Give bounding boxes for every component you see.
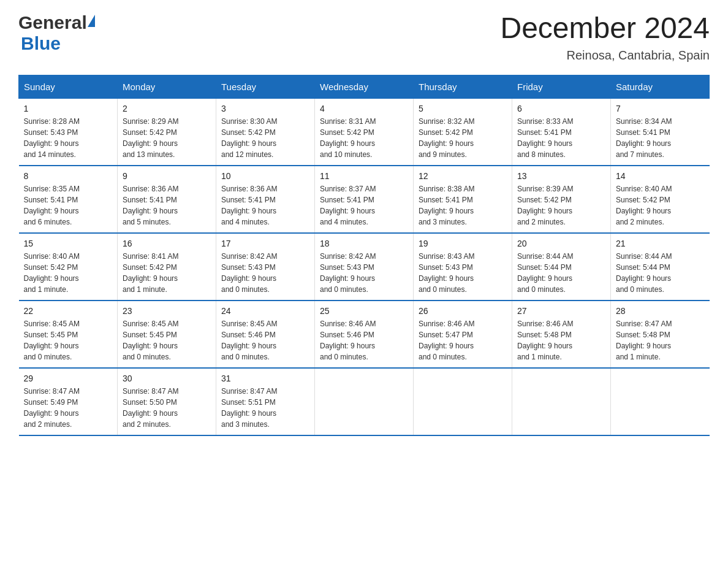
day-number: 15 xyxy=(24,239,113,248)
header-tuesday: Tuesday xyxy=(216,75,315,98)
day-info: Sunrise: 8:42 AMSunset: 5:43 PMDaylight:… xyxy=(221,251,309,295)
day-number: 4 xyxy=(320,104,408,113)
day-info: Sunrise: 8:32 AMSunset: 5:42 PMDaylight:… xyxy=(419,116,507,160)
day-cell: 10Sunrise: 8:36 AMSunset: 5:41 PMDayligh… xyxy=(216,166,315,233)
day-cell: 8Sunrise: 8:35 AMSunset: 5:41 PMDaylight… xyxy=(19,166,118,233)
day-cell: 21Sunrise: 8:44 AMSunset: 5:44 PMDayligh… xyxy=(611,233,710,301)
day-cell: 4Sunrise: 8:31 AMSunset: 5:42 PMDaylight… xyxy=(315,98,414,166)
day-info: Sunrise: 8:47 AMSunset: 5:50 PMDaylight:… xyxy=(123,386,211,430)
day-info: Sunrise: 8:39 AMSunset: 5:42 PMDaylight:… xyxy=(517,183,605,228)
day-number: 22 xyxy=(24,306,113,316)
day-number: 23 xyxy=(123,306,211,316)
day-info: Sunrise: 8:30 AMSunset: 5:42 PMDaylight:… xyxy=(221,116,309,160)
day-cell: 27Sunrise: 8:46 AMSunset: 5:48 PMDayligh… xyxy=(512,301,611,368)
day-info: Sunrise: 8:36 AMSunset: 5:41 PMDaylight:… xyxy=(221,183,309,228)
day-number: 31 xyxy=(221,373,309,383)
day-number: 14 xyxy=(616,171,705,181)
day-info: Sunrise: 8:37 AMSunset: 5:41 PMDaylight:… xyxy=(320,183,408,228)
day-cell: 9Sunrise: 8:36 AMSunset: 5:41 PMDaylight… xyxy=(118,166,216,233)
logo-blue-text: Blue xyxy=(21,33,61,53)
day-cell: 15Sunrise: 8:40 AMSunset: 5:42 PMDayligh… xyxy=(19,233,118,301)
day-cell: 14Sunrise: 8:40 AMSunset: 5:42 PMDayligh… xyxy=(611,166,710,233)
day-info: Sunrise: 8:45 AMSunset: 5:46 PMDaylight:… xyxy=(221,318,309,362)
day-info: Sunrise: 8:42 AMSunset: 5:43 PMDaylight:… xyxy=(320,251,408,295)
day-info: Sunrise: 8:47 AMSunset: 5:48 PMDaylight:… xyxy=(616,318,705,362)
day-number: 16 xyxy=(123,239,211,248)
day-info: Sunrise: 8:38 AMSunset: 5:41 PMDaylight:… xyxy=(419,183,507,228)
header-thursday: Thursday xyxy=(414,75,512,98)
week-row-5: 29Sunrise: 8:47 AMSunset: 5:49 PMDayligh… xyxy=(19,368,710,435)
day-number: 21 xyxy=(616,239,705,248)
day-cell: 24Sunrise: 8:45 AMSunset: 5:46 PMDayligh… xyxy=(216,301,315,368)
day-info: Sunrise: 8:36 AMSunset: 5:41 PMDaylight:… xyxy=(123,183,211,228)
day-info: Sunrise: 8:46 AMSunset: 5:46 PMDaylight:… xyxy=(320,318,408,362)
day-info: Sunrise: 8:31 AMSunset: 5:42 PMDaylight:… xyxy=(320,116,408,160)
day-cell: 5Sunrise: 8:32 AMSunset: 5:42 PMDaylight… xyxy=(414,98,512,166)
day-number: 25 xyxy=(320,306,408,316)
day-cell: 18Sunrise: 8:42 AMSunset: 5:43 PMDayligh… xyxy=(315,233,414,301)
day-cell: 29Sunrise: 8:47 AMSunset: 5:49 PMDayligh… xyxy=(19,368,118,435)
logo-triangle-icon xyxy=(88,15,95,27)
day-number: 13 xyxy=(517,171,605,181)
day-number: 26 xyxy=(419,306,507,316)
day-number: 8 xyxy=(24,171,113,181)
day-cell xyxy=(611,368,710,435)
calendar-table: SundayMondayTuesdayWednesdayThursdayFrid… xyxy=(18,75,710,436)
day-number: 18 xyxy=(320,239,408,248)
day-cell: 17Sunrise: 8:42 AMSunset: 5:43 PMDayligh… xyxy=(216,233,315,301)
day-info: Sunrise: 8:45 AMSunset: 5:45 PMDaylight:… xyxy=(123,318,211,362)
day-info: Sunrise: 8:34 AMSunset: 5:41 PMDaylight:… xyxy=(616,116,705,160)
day-info: Sunrise: 8:46 AMSunset: 5:48 PMDaylight:… xyxy=(517,318,605,362)
day-info: Sunrise: 8:29 AMSunset: 5:42 PMDaylight:… xyxy=(123,116,211,160)
day-number: 20 xyxy=(517,239,605,248)
day-cell xyxy=(315,368,414,435)
day-number: 7 xyxy=(616,104,705,113)
day-info: Sunrise: 8:33 AMSunset: 5:41 PMDaylight:… xyxy=(517,116,605,160)
day-number: 19 xyxy=(419,239,507,248)
day-cell: 20Sunrise: 8:44 AMSunset: 5:44 PMDayligh… xyxy=(512,233,611,301)
day-number: 6 xyxy=(517,104,605,113)
day-cell: 30Sunrise: 8:47 AMSunset: 5:50 PMDayligh… xyxy=(118,368,216,435)
day-cell: 19Sunrise: 8:43 AMSunset: 5:43 PMDayligh… xyxy=(414,233,512,301)
logo-general-text: General xyxy=(18,12,87,33)
day-info: Sunrise: 8:45 AMSunset: 5:45 PMDaylight:… xyxy=(24,318,113,362)
day-cell: 16Sunrise: 8:41 AMSunset: 5:42 PMDayligh… xyxy=(118,233,216,301)
day-cell xyxy=(414,368,512,435)
day-number: 29 xyxy=(24,373,113,383)
day-number: 2 xyxy=(123,104,211,113)
day-number: 11 xyxy=(320,171,408,181)
day-cell: 3Sunrise: 8:30 AMSunset: 5:42 PMDaylight… xyxy=(216,98,315,166)
day-cell: 13Sunrise: 8:39 AMSunset: 5:42 PMDayligh… xyxy=(512,166,611,233)
day-number: 30 xyxy=(123,373,211,383)
day-info: Sunrise: 8:47 AMSunset: 5:51 PMDaylight:… xyxy=(221,386,309,430)
day-cell: 1Sunrise: 8:28 AMSunset: 5:43 PMDaylight… xyxy=(19,98,118,166)
location-title: Reinosa, Cantabria, Spain xyxy=(500,48,710,63)
day-number: 28 xyxy=(616,306,705,316)
day-cell xyxy=(512,368,611,435)
day-info: Sunrise: 8:43 AMSunset: 5:43 PMDaylight:… xyxy=(419,251,507,295)
day-number: 3 xyxy=(221,104,309,113)
day-number: 1 xyxy=(24,104,113,113)
week-row-2: 8Sunrise: 8:35 AMSunset: 5:41 PMDaylight… xyxy=(19,166,710,233)
day-cell: 22Sunrise: 8:45 AMSunset: 5:45 PMDayligh… xyxy=(19,301,118,368)
header-friday: Friday xyxy=(512,75,611,98)
day-cell: 28Sunrise: 8:47 AMSunset: 5:48 PMDayligh… xyxy=(611,301,710,368)
header-monday: Monday xyxy=(118,75,216,98)
month-title: December 2024 xyxy=(500,12,710,45)
calendar-header-row: SundayMondayTuesdayWednesdayThursdayFrid… xyxy=(19,75,710,98)
day-info: Sunrise: 8:28 AMSunset: 5:43 PMDaylight:… xyxy=(24,116,113,160)
header-saturday: Saturday xyxy=(611,75,710,98)
logo: General Blue xyxy=(18,12,95,54)
day-info: Sunrise: 8:41 AMSunset: 5:42 PMDaylight:… xyxy=(123,251,211,295)
title-section: December 2024 Reinosa, Cantabria, Spain xyxy=(500,12,710,63)
header-sunday: Sunday xyxy=(19,75,118,98)
day-info: Sunrise: 8:40 AMSunset: 5:42 PMDaylight:… xyxy=(24,251,113,295)
week-row-1: 1Sunrise: 8:28 AMSunset: 5:43 PMDaylight… xyxy=(19,98,710,166)
header-wednesday: Wednesday xyxy=(315,75,414,98)
day-number: 12 xyxy=(419,171,507,181)
day-number: 10 xyxy=(221,171,309,181)
day-number: 9 xyxy=(123,171,211,181)
day-number: 27 xyxy=(517,306,605,316)
day-cell: 6Sunrise: 8:33 AMSunset: 5:41 PMDaylight… xyxy=(512,98,611,166)
day-number: 17 xyxy=(221,239,309,248)
